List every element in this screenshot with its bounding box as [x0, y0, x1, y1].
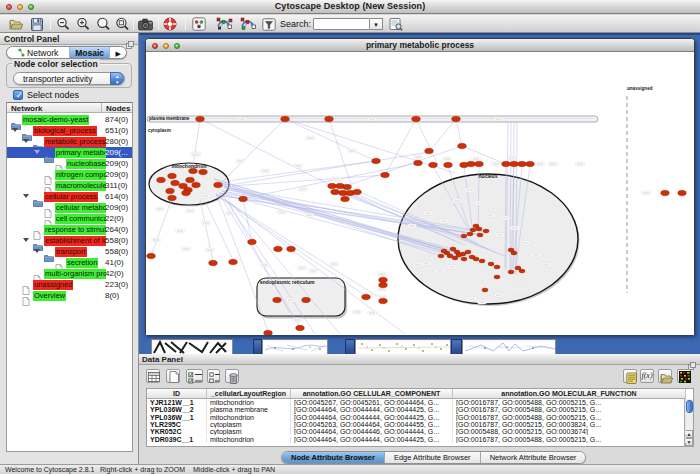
network-node[interactable]	[341, 196, 350, 201]
attribute-batch-icon[interactable]	[623, 369, 637, 383]
network-node[interactable]	[438, 254, 444, 258]
network-node[interactable]	[353, 189, 362, 194]
network-node[interactable]	[287, 246, 296, 251]
network-node[interactable]	[157, 177, 166, 182]
network-node[interactable]	[488, 262, 494, 266]
network-node[interactable]	[467, 161, 476, 166]
network-node[interactable]	[510, 161, 519, 166]
network-node[interactable]	[412, 116, 421, 121]
network-node[interactable]	[248, 239, 257, 244]
expand-triangle-icon[interactable]	[34, 249, 40, 253]
expand-triangle-icon[interactable]	[34, 150, 40, 154]
table-cell[interactable]: [GO:0044464, GO:0044444, GO:0044425, G..…	[291, 406, 453, 413]
tree-row[interactable]: mosaic-demo-yeast874(0)	[7, 114, 132, 125]
table-cell[interactable]: YDR039C__1	[147, 436, 207, 443]
network-node[interactable]	[168, 195, 177, 200]
network-node[interactable]	[328, 183, 337, 188]
scroll-up-button[interactable]: ▲	[685, 430, 693, 438]
network-node[interactable]	[476, 227, 482, 231]
expand-triangle-icon[interactable]	[23, 238, 29, 242]
tree-row[interactable]: macromolecule metabolic process311(0)	[7, 180, 132, 191]
network-node[interactable]	[325, 116, 334, 121]
network-graph[interactable]: plasma membranecytoplasmmitochondrionnuc…	[146, 53, 694, 335]
network-node[interactable]	[331, 189, 340, 194]
network-node[interactable]	[678, 190, 686, 195]
float-data-panel-icon[interactable]	[688, 356, 696, 364]
search-dropdown-button[interactable]: ▼	[370, 18, 383, 30]
network-node[interactable]	[296, 325, 305, 330]
network-node[interactable]	[264, 330, 273, 335]
network-node[interactable]	[461, 234, 467, 238]
table-cell[interactable]: YJR121W__1	[147, 399, 207, 406]
background-window-4[interactable]	[462, 339, 556, 354]
network-node[interactable]	[171, 180, 180, 185]
tab-network[interactable]: Network	[7, 47, 69, 58]
network-node[interactable]	[661, 190, 669, 195]
network-node[interactable]	[229, 259, 238, 264]
edge[interactable]	[222, 119, 285, 182]
network-node[interactable]	[414, 160, 423, 165]
network-node[interactable]	[429, 162, 438, 167]
background-window-2[interactable]	[262, 339, 328, 354]
background-window-edge-1[interactable]	[253, 339, 262, 354]
network-node[interactable]	[475, 161, 484, 166]
tree-row[interactable]: cellular process614(0)	[7, 191, 132, 202]
table-cell[interactable]: [GO:0045263, GO:0044464, GO:0044455, G..…	[291, 421, 453, 428]
network-node[interactable]	[483, 229, 489, 233]
network-node[interactable]	[166, 188, 175, 193]
select-nodes-checkbox[interactable]	[13, 90, 23, 100]
edge[interactable]	[462, 146, 506, 164]
edge[interactable]	[151, 198, 172, 256]
expand-triangle-icon[interactable]	[12, 128, 18, 132]
tree-row[interactable]: primary metabolic process209(...	[7, 147, 132, 158]
table-cell[interactable]: [GO:0045267, GO:0045261, GO:0044464, G..…	[291, 399, 453, 406]
network-node[interactable]	[147, 253, 156, 258]
network-node[interactable]	[477, 233, 483, 237]
table-cell[interactable]: cytoplasm	[207, 428, 291, 435]
tree-row[interactable]: nucleobase-containing compound metabolic…	[7, 158, 132, 169]
tab-network-attribute-browser[interactable]: Network Attribute Browser	[481, 452, 586, 463]
network-node[interactable]	[526, 161, 535, 166]
network-node[interactable]	[482, 288, 488, 292]
table-cell[interactable]: YPL036W__1	[147, 414, 207, 421]
nucleus-region[interactable]	[398, 174, 578, 304]
network-node[interactable]	[196, 116, 205, 121]
network-node[interactable]	[274, 246, 283, 251]
table-column-header[interactable]: _cellularLayoutRegion	[207, 389, 291, 399]
tree-row[interactable]: response to stimulus264(0)	[7, 224, 132, 235]
network-node[interactable]	[168, 173, 177, 178]
network-node[interactable]	[192, 182, 201, 187]
network-node[interactable]	[372, 158, 381, 163]
table-column-header[interactable]: annotation.GO CELLULAR_COMPONENT	[291, 389, 453, 399]
network-node[interactable]	[447, 254, 453, 258]
network-node[interactable]	[511, 251, 517, 255]
table-cell[interactable]: plasma membrane	[207, 406, 291, 413]
network-node[interactable]	[214, 182, 223, 187]
network-node[interactable]	[186, 177, 195, 182]
tree-row[interactable]: nitrogen compound metabolic process209(0…	[7, 169, 132, 180]
table-cell[interactable]: [GO:0016787, GO:0005488, GO:0005215, G..…	[453, 436, 686, 443]
network-node[interactable]	[199, 169, 208, 174]
node-color-combobox[interactable]: transporter activity	[13, 72, 125, 85]
table-cell[interactable]: [GO:0044464, GO:0044444, GO:0044425, G..…	[291, 436, 453, 443]
network-node[interactable]	[470, 228, 476, 232]
tree-row[interactable]: cellular metabolic process209(0)	[7, 202, 132, 213]
table-cell[interactable]: YPL036W__2	[147, 406, 207, 413]
search-input[interactable]	[313, 18, 370, 30]
edge[interactable]	[429, 119, 456, 152]
network-node[interactable]	[461, 257, 467, 261]
tree-column-nodes[interactable]: Nodes	[106, 104, 130, 113]
table-cell[interactable]: mitochondrion	[207, 436, 291, 443]
edge[interactable]	[216, 193, 268, 331]
table-cell[interactable]: [GO:0016787, GO:0005488, GO:0005215, G..…	[453, 399, 686, 406]
network-node[interactable]	[189, 168, 198, 173]
background-window-edge-3[interactable]	[451, 339, 462, 354]
network-node[interactable]	[381, 172, 390, 177]
network-node[interactable]	[494, 265, 500, 269]
network-node[interactable]	[444, 162, 453, 167]
edge[interactable]	[456, 119, 462, 147]
network-node[interactable]	[239, 196, 248, 201]
tab-overflow-arrow[interactable]: ▶	[110, 47, 126, 58]
tree-row[interactable]: secretion41(0)	[7, 257, 132, 268]
table-cell[interactable]: cytoplasm	[207, 421, 291, 428]
